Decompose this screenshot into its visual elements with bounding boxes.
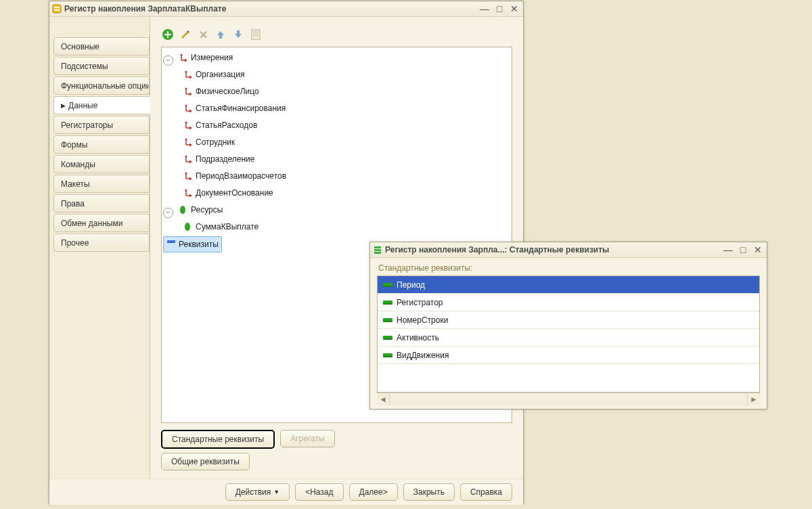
svg-rect-23	[374, 249, 381, 251]
sidebar: ОсновныеПодсистемыФункциональные опцииДа…	[49, 17, 150, 479]
close-button[interactable]: ✕	[508, 3, 520, 14]
svg-rect-22	[374, 246, 381, 248]
common-requisites-button[interactable]: Общие реквизиты	[161, 453, 250, 470]
app-icon	[52, 4, 62, 14]
maximize-button[interactable]: □	[493, 3, 505, 14]
sidebar-item-1[interactable]: Подсистемы	[53, 57, 150, 75]
dimension-item-4[interactable]: Сотрудник	[181, 135, 238, 150]
data-tree: −ИзмеренияОрганизацияФизическоеЛицоСтать…	[163, 50, 510, 254]
node-dimensions[interactable]: Измерения	[176, 50, 235, 65]
requisite-row-0[interactable]: Период	[378, 276, 759, 294]
help-button[interactable]: Справка	[460, 483, 512, 501]
row-label: Регистратор	[397, 298, 443, 307]
node-requisites[interactable]: Реквизиты	[163, 236, 222, 252]
requisite-row-1[interactable]: Регистратор	[378, 294, 759, 311]
dimension-item-1[interactable]: ФизическоеЛицо	[181, 84, 262, 99]
scroll-left-icon[interactable]: ◄	[377, 393, 390, 405]
popup-caption: Стандартные реквизиты:	[378, 263, 760, 273]
popup-maximize-button[interactable]: □	[737, 244, 749, 255]
main-title-bar: Регистр накопления ЗарплатаКВыплате — □ …	[49, 1, 523, 17]
standard-requisites-list[interactable]: ПериодРегистраторНомерСтрокиАктивностьВи…	[377, 275, 760, 393]
edit-button[interactable]	[179, 28, 192, 41]
svg-point-15	[185, 139, 187, 141]
svg-point-19	[180, 206, 185, 214]
popup-body: Стандартные реквизиты: ПериодРегистратор…	[370, 258, 767, 410]
dimension-item-7[interactable]: ДокументОснование	[181, 185, 276, 200]
close-main-button[interactable]: Закрыть	[403, 483, 455, 501]
standard-requisites-button[interactable]: Стандартные реквизиты	[161, 430, 275, 449]
svg-point-12	[185, 88, 187, 90]
svg-rect-2	[54, 9, 60, 11]
requisite-row-3[interactable]: Активность	[378, 329, 759, 347]
popup-icon	[373, 245, 382, 255]
footer: Действия▼ <Назад Далее> Закрыть Справка	[49, 479, 523, 505]
svg-point-14	[185, 122, 187, 124]
svg-rect-0	[53, 5, 61, 13]
toggle-dimensions[interactable]: −	[163, 56, 173, 66]
svg-rect-21	[167, 240, 175, 243]
minimize-button[interactable]: —	[478, 3, 491, 14]
dimension-item-5[interactable]: Подразделение	[181, 152, 257, 167]
row-icon	[383, 353, 392, 357]
svg-point-18	[185, 190, 187, 192]
under-buttons: Стандартные реквизиты Агрегаты	[161, 430, 512, 449]
dimension-item-0[interactable]: Организация	[181, 67, 247, 82]
svg-rect-5	[164, 34, 171, 35]
row-icon	[383, 336, 392, 340]
dimension-item-6[interactable]: ПериодВзаиморасчетов	[181, 169, 289, 183]
requisite-row-2[interactable]: НомерСтроки	[378, 311, 759, 329]
toggle-resources[interactable]: −	[163, 208, 173, 218]
svg-point-13	[185, 105, 187, 107]
sidebar-item-10[interactable]: Прочее	[53, 234, 150, 252]
sidebar-item-4[interactable]: Регистраторы	[53, 116, 150, 134]
node-resources[interactable]: Ресурсы	[176, 202, 225, 217]
row-label: ВидДвижения	[397, 351, 449, 360]
back-button[interactable]: <Назад	[295, 483, 343, 501]
svg-rect-6	[252, 30, 260, 39]
svg-point-20	[185, 223, 190, 231]
delete-button[interactable]: ✕	[196, 28, 210, 41]
main-window-title: Регистр накопления ЗарплатаКВыплате	[64, 4, 476, 14]
popup-minimize-button[interactable]: —	[722, 244, 734, 255]
move-down-button[interactable]	[231, 28, 245, 41]
svg-point-16	[185, 156, 187, 158]
actions-button[interactable]: Действия▼	[225, 483, 290, 501]
sidebar-item-3[interactable]: Данные	[53, 96, 150, 114]
aggregates-button: Агрегаты	[280, 430, 334, 447]
row-icon	[383, 301, 392, 305]
resource-item-0[interactable]: СуммаКВыплате	[181, 219, 261, 234]
properties-button[interactable]	[249, 28, 263, 41]
sidebar-item-9[interactable]: Обмен данными	[53, 214, 150, 232]
sidebar-item-6[interactable]: Команды	[53, 155, 150, 173]
popup-window: Регистр накопления Зарпла...: Стандартны…	[369, 242, 767, 410]
scroll-right-icon[interactable]: ►	[747, 393, 760, 405]
add-button[interactable]	[161, 28, 175, 41]
row-icon	[383, 318, 392, 322]
svg-point-11	[185, 71, 187, 73]
move-up-button[interactable]	[214, 28, 227, 41]
row-icon	[383, 283, 392, 287]
dimension-item-2[interactable]: СтатьяФинансирования	[181, 101, 288, 116]
sidebar-item-0[interactable]: Основные	[53, 37, 150, 56]
row-label: Активность	[397, 333, 439, 342]
sidebar-item-8[interactable]: Права	[53, 194, 150, 213]
horizontal-scrollbar[interactable]: ◄ ►	[377, 393, 760, 405]
svg-point-17	[185, 173, 187, 175]
requisite-row-4[interactable]: ВидДвижения	[378, 347, 759, 364]
row-label: Период	[397, 280, 425, 290]
next-button[interactable]: Далее>	[349, 483, 398, 501]
under-buttons-2: Общие реквизиты	[161, 453, 512, 470]
svg-rect-24	[374, 252, 381, 254]
sidebar-item-2[interactable]: Функциональные опции	[53, 76, 150, 95]
sidebar-item-7[interactable]: Макеты	[53, 175, 150, 193]
popup-title-bar: Регистр накопления Зарпла...: Стандартны…	[370, 242, 767, 258]
toolbar: ✕	[161, 26, 512, 43]
sidebar-item-5[interactable]: Формы	[53, 135, 150, 154]
dimension-item-3[interactable]: СтатьяРасходов	[181, 118, 260, 133]
row-label: НомерСтроки	[397, 315, 448, 325]
svg-point-10	[181, 54, 183, 56]
popup-close-button[interactable]: ✕	[752, 244, 764, 255]
svg-rect-1	[54, 7, 60, 8]
popup-title: Регистр накопления Зарпла...: Стандартны…	[385, 245, 719, 255]
